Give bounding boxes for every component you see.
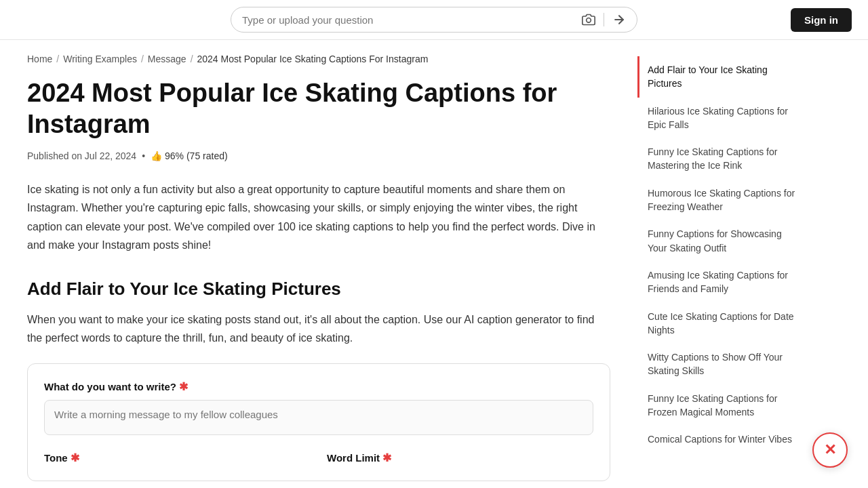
search-divider: [604, 13, 604, 26]
write-label: What do you want to write? ✱: [44, 380, 593, 393]
breadcrumb-message[interactable]: Message: [148, 54, 186, 64]
write-textarea[interactable]: [44, 400, 593, 435]
search-input[interactable]: [242, 14, 576, 26]
sidebar-item-0[interactable]: Add Flair to Your Ice Skating Pictures: [637, 56, 800, 98]
rating-text: 96% (75 rated): [165, 150, 228, 161]
sidebar-item-7[interactable]: Witty Captions to Show Off Your Skating …: [637, 344, 800, 385]
article-meta: Published on Jul 22, 2024 • 👍 96% (75 ra…: [27, 150, 610, 161]
required-star-write: ✱: [179, 380, 188, 393]
content-area: Home / Writing Examples / Message / 2024…: [27, 40, 610, 488]
sidebar-item-4[interactable]: Funny Captions for Showcasing Your Skati…: [637, 220, 800, 262]
sidebar-item-3[interactable]: Humorous Ice Skating Captions for Freezi…: [637, 180, 800, 221]
section-title: Add Flair to Your Ice Skating Pictures: [27, 279, 610, 300]
sidebar-item-8[interactable]: Funny Ice Skating Captions for Frozen Ma…: [637, 385, 800, 426]
sidebar-item-6[interactable]: Cute Ice Skating Captions for Date Night…: [637, 303, 800, 344]
floating-icon: ✕: [824, 441, 836, 459]
sidebar-items-container: Add Flair to Your Ice Skating PicturesHi…: [637, 56, 800, 453]
breadcrumb-writing-examples[interactable]: Writing Examples: [63, 54, 137, 64]
tone-group: Tone ✱: [44, 451, 311, 464]
search-bar: [231, 7, 637, 33]
main-layout: Home / Writing Examples / Message / 2024…: [0, 40, 868, 488]
floating-action-button[interactable]: ✕: [812, 432, 848, 468]
breadcrumb-sep-1: /: [56, 54, 59, 64]
required-star-word-limit: ✱: [382, 451, 391, 464]
header: Sign in: [0, 0, 868, 40]
form-row: Tone ✱ Word Limit ✱: [44, 451, 593, 464]
word-limit-group: Word Limit ✱: [327, 451, 593, 464]
breadcrumb-home[interactable]: Home: [27, 54, 52, 64]
sidebar: Add Flair to Your Ice Skating PicturesHi…: [610, 40, 800, 470]
published-date: Published on Jul 22, 2024: [27, 150, 136, 161]
required-star-tone: ✱: [71, 451, 79, 464]
sign-in-button[interactable]: Sign in: [791, 8, 852, 32]
search-submit-button[interactable]: [612, 13, 626, 26]
breadcrumb-sep-2: /: [141, 54, 144, 64]
article-title: 2024 Most Popular Ice Skating Captions f…: [27, 78, 610, 140]
sidebar-item-1[interactable]: Hilarious Ice Skating Captions for Epic …: [637, 98, 800, 139]
breadcrumb-current: 2024 Most Popular Ice Skating Captions F…: [197, 54, 429, 64]
meta-dot: •: [142, 150, 145, 161]
camera-icon-button[interactable]: [582, 13, 595, 26]
sidebar-item-5[interactable]: Amusing Ice Skating Captions for Friends…: [637, 262, 800, 303]
form-card: What do you want to write? ✱ Tone ✱ Word…: [27, 363, 610, 481]
breadcrumb-sep-3: /: [191, 54, 193, 64]
section-intro: When you want to make your ice skating p…: [27, 310, 610, 347]
breadcrumb: Home / Writing Examples / Message / 2024…: [27, 54, 610, 64]
rating-icon: 👍: [151, 150, 162, 161]
sidebar-item-2[interactable]: Funny Ice Skating Captions for Mastering…: [637, 138, 800, 180]
word-limit-label: Word Limit ✱: [327, 451, 593, 464]
article-intro: Ice skating is not only a fun activity b…: [27, 180, 610, 254]
svg-point-0: [587, 18, 591, 23]
sidebar-item-9[interactable]: Comical Captions for Winter Vibes: [637, 426, 800, 453]
tone-label: Tone ✱: [44, 451, 311, 464]
rating-badge: 👍 96% (75 rated): [151, 150, 228, 161]
